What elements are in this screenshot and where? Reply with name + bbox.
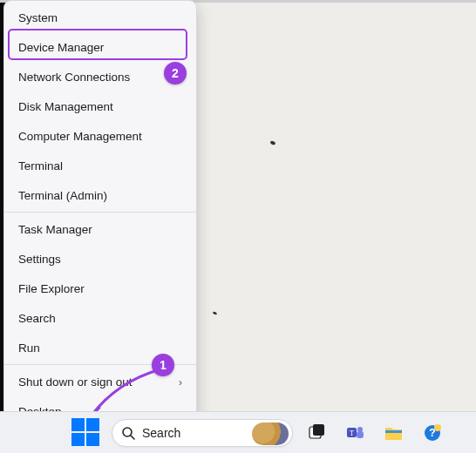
get-help-icon[interactable]: ? (420, 421, 445, 445)
menu-item-device-manager[interactable]: Device Manager (4, 32, 196, 62)
annotation-badge-2-text: 2 (172, 66, 179, 80)
annotation-badge-1: 1 (152, 354, 174, 376)
taskbar-pinned-group: T ? (305, 421, 445, 445)
svg-rect-7 (357, 431, 364, 438)
file-explorer-icon[interactable] (382, 421, 406, 445)
svg-point-11 (434, 424, 441, 431)
menu-item-search[interactable]: Search (4, 303, 196, 333)
menu-section-mid: Task Manager Settings File Explorer Sear… (4, 214, 196, 362)
taskbar: Search T ? (0, 411, 476, 453)
svg-rect-3 (313, 424, 324, 436)
menu-item-label: Computer Management (18, 130, 142, 143)
menu-item-file-explorer[interactable]: File Explorer (4, 274, 196, 303)
taskbar-search[interactable]: Search (112, 419, 293, 447)
task-view-icon[interactable] (305, 421, 330, 445)
start-button[interactable] (71, 418, 99, 446)
menu-item-computer-management[interactable]: Computer Management (4, 121, 196, 151)
menu-item-label: File Explorer (18, 282, 85, 295)
menu-separator (4, 212, 196, 213)
menu-item-label: Task Manager (18, 223, 92, 236)
chevron-right-icon: › (179, 375, 182, 389)
menu-item-label: Device Manager (18, 41, 104, 54)
search-icon (121, 426, 135, 440)
menu-item-settings[interactable]: Settings (4, 244, 196, 274)
menu-item-terminal[interactable]: Terminal (4, 151, 196, 180)
menu-item-label: Settings (18, 253, 61, 266)
svg-rect-8 (385, 430, 402, 433)
menu-item-label: Search (18, 312, 56, 325)
menu-item-label: Terminal (Admin) (18, 189, 107, 202)
search-highlight-art-icon (252, 423, 289, 445)
menu-item-system[interactable]: System (4, 3, 196, 32)
menu-item-task-manager[interactable]: Task Manager (4, 214, 196, 244)
menu-item-label: Shut down or sign out (18, 375, 133, 389)
annotation-badge-2: 2 (164, 62, 187, 85)
svg-line-1 (131, 436, 134, 439)
screenshot-root: System Device Manager Network Connection… (0, 0, 476, 453)
menu-item-disk-management[interactable]: Disk Management (4, 91, 196, 121)
menu-item-terminal-admin[interactable]: Terminal (Admin) (4, 180, 196, 210)
annotation-badge-1-text: 1 (160, 358, 167, 372)
menu-item-label: Run (18, 341, 40, 355)
menu-item-label: Network Connections (18, 71, 130, 84)
menu-section-top: System Device Manager Network Connection… (4, 3, 196, 210)
taskbar-search-placeholder: Search (142, 426, 180, 440)
menu-item-label: Disk Management (18, 100, 113, 113)
menu-item-label: System (18, 11, 58, 24)
teams-icon[interactable]: T (343, 421, 368, 445)
svg-text:T: T (350, 429, 354, 436)
menu-item-label: Terminal (18, 159, 63, 172)
